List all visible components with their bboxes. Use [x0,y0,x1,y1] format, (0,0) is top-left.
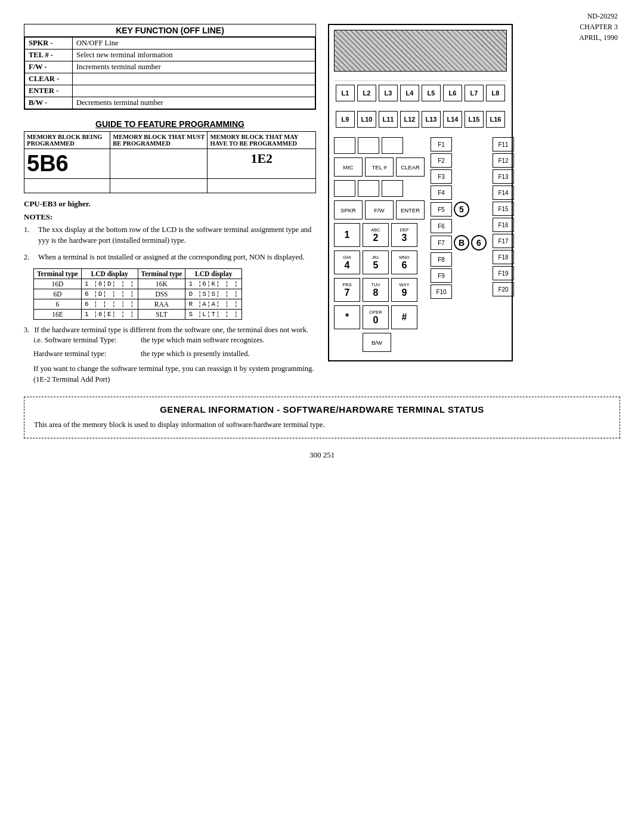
l-button[interactable]: L2 [357,85,376,101]
lcd-cell: 6 ¦ ¦ ¦ ¦ ¦ [81,299,138,310]
key-5[interactable]: JKL 5 [363,251,389,274]
f14-key[interactable]: F14 [493,185,514,200]
l-button[interactable]: L10 [357,111,376,128]
key7-letters: PRS [342,282,351,287]
f9-key[interactable]: F9 [431,268,452,283]
f8-key[interactable]: F8 [431,252,452,267]
f-keys-left-group: F1 F2 F3 F4 F5 5 F6 [431,137,487,299]
notes-list: 1.The xxx display at the bottom row of t… [24,224,316,262]
l-button[interactable]: L15 [465,111,484,128]
enter-key[interactable]: ENTER [396,200,425,219]
key9-digit: 9 [402,287,407,298]
key-9[interactable]: WXY 9 [391,278,417,302]
key7-digit: 7 [345,287,350,298]
l-button[interactable]: L1 [336,85,355,101]
guide-code: 1E2 [208,149,316,179]
f5-row: F5 5 [431,202,487,217]
f19-key[interactable]: F19 [493,266,514,280]
key-8[interactable]: TUV 8 [363,278,389,302]
key-hash[interactable]: # [391,305,417,329]
chapter: CHAPTER 3 [579,21,618,32]
f18-key[interactable]: F18 [493,250,514,264]
key-7[interactable]: PRS 7 [334,278,360,302]
f11-key[interactable]: F11 [493,137,514,151]
note-item: 1.The xxx display at the bottom row of t… [24,224,316,246]
f1-key[interactable]: F1 [431,137,452,151]
kf-key: SPKR - [25,38,73,50]
key4-letters: GHI [343,255,351,260]
mic-key[interactable]: MIC [334,157,363,177]
l-row1: L1L2L3L4L5L6L7L8 [334,85,507,101]
blank-key2 [358,137,379,154]
key2-digit: 2 [373,233,379,243]
key-function-box: KEY FUNCTION (OFF LINE) SPKR -ON/OFF Lin… [24,24,316,110]
l-button[interactable]: L4 [400,85,419,101]
lcd-cell: R ¦A¦A¦ ¦ ¦ [185,299,242,310]
key-1[interactable]: 1 [334,223,360,247]
indent-item: Hardware terminal type:the type which is… [33,350,316,358]
fw-key[interactable]: F/W [365,200,394,219]
lcd-col-header: LCD display [185,269,242,279]
f5-key[interactable]: F5 [431,202,452,217]
lcd-col-header: Terminal type [138,269,185,279]
clear-key[interactable]: CLEAR [396,157,425,177]
l-button[interactable]: L8 [486,85,505,101]
notes-title: NOTES: [24,212,316,222]
key-2[interactable]: ABC 2 [363,223,389,247]
spkr-key[interactable]: SPKR [334,200,363,219]
spkr-row: SPKR F/W ENTER [334,200,425,219]
l-button[interactable]: L13 [422,111,441,128]
key-0[interactable]: OPER 0 [363,305,389,329]
f17-key[interactable]: F17 [493,234,514,248]
phone-panel: L1L2L3L4L5L6L7L8 L9L10L11L12L13L14L15L16 [328,24,513,361]
key-6[interactable]: MNO 6 [391,251,417,274]
l-button[interactable]: L6 [443,85,462,101]
blank-row2 [334,180,425,197]
f16-key[interactable]: F16 [493,218,514,232]
lcd-table: Terminal typeLCD displayTerminal typeLCD… [33,268,242,320]
key1-digit: 1 [345,230,350,240]
f10-key[interactable]: F10 [431,285,452,299]
f13-key[interactable]: F13 [493,169,514,184]
l-button[interactable]: L7 [465,85,484,101]
note-num: 1. [24,224,33,246]
guide-bigcode: 5B6 [24,149,110,179]
guide-col3-header: MEMORY BLOCK THAT MAY HAVE TO BE PROGRAM… [208,132,316,149]
f6-key[interactable]: F6 [431,219,452,233]
kf-desc: Select new terminal information [73,50,315,61]
final-text: If you want to change the software termi… [33,363,316,385]
page-number: 300 251 [24,450,620,460]
l-button[interactable]: L16 [486,111,505,128]
key-3[interactable]: DEF 3 [391,223,417,247]
f4-key[interactable]: F4 [431,185,452,200]
f7-key[interactable]: F7 [431,236,452,250]
key4-digit: 4 [345,260,350,271]
bw-key[interactable]: B/W [363,333,391,352]
key-4[interactable]: GHI 4 [334,251,360,274]
clear-label: CLEAR [401,164,420,171]
circle-b: B [454,235,469,251]
l-button[interactable]: L11 [379,111,398,128]
lcd-cell: 1 ¦6¦D¦ ¦ ¦ [81,279,138,289]
f2-key[interactable]: F2 [431,153,452,168]
note-text: When a terminal is not installed or assi… [38,252,304,262]
f3-key[interactable]: F3 [431,169,452,184]
l-button[interactable]: L14 [443,111,462,128]
l-button[interactable]: L5 [422,85,441,101]
guide-empty-cell1 [110,149,208,179]
f15-key[interactable]: F15 [493,202,514,216]
l-button[interactable]: L12 [400,111,419,128]
f20-key[interactable]: F20 [493,282,514,296]
l-button[interactable]: L9 [336,111,355,128]
bottom-info-box: GENERAL INFORMATION - SOFTWARE/HARDWARE … [24,397,620,438]
lcd-cell: S ¦L¦T¦ ¦ ¦ [185,310,242,320]
f12-key[interactable]: F12 [493,153,514,168]
tel-key[interactable]: TEL # [365,157,394,177]
key-star[interactable]: * [334,305,360,329]
numpad-row1: 1 ABC 2 DEF 3 [334,223,425,247]
l-button[interactable]: L3 [379,85,398,101]
kf-desc: ON/OFF Line [73,38,315,50]
numpad-row2: GHI 4 JKL 5 MNO 6 [334,251,425,274]
fw-label: F/W [374,207,384,214]
bottom-info-text: This area of the memory block is used to… [34,419,610,431]
